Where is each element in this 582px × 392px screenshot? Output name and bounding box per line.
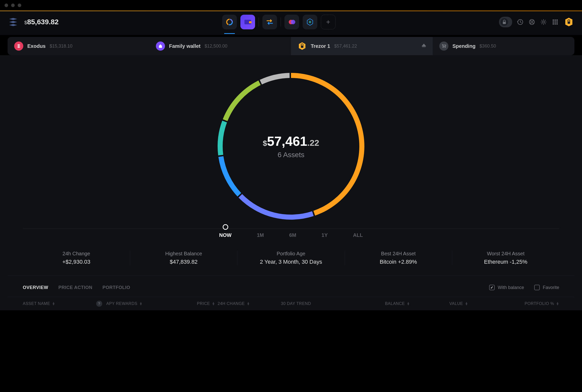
th-apy[interactable]: ?APY REWARDS▲▼: [96, 301, 162, 307]
wallet-tab-family[interactable]: Family wallet $12,500.00: [149, 37, 291, 55]
time-1y[interactable]: 1Y: [322, 232, 328, 238]
svg-rect-13: [554, 19, 556, 21]
th-trend: 30 DAY TREND: [281, 301, 352, 307]
svg-rect-19: [554, 23, 556, 25]
apps-icon: [288, 18, 296, 26]
sort-icon: ▲▼: [212, 302, 215, 305]
eject-icon[interactable]: [422, 44, 426, 49]
time-now[interactable]: NOW: [219, 232, 232, 238]
tabs-row: OVERVIEW PRICE ACTION PORTFOLIO With bal…: [8, 276, 574, 297]
stat-worst-asset: Worst 24H Asset Ethereum -1,25%: [452, 251, 559, 265]
svg-point-11: [543, 21, 545, 23]
th-balance[interactable]: BALANCE▲▼: [354, 301, 410, 307]
nav-separator: [281, 17, 281, 27]
close-dot[interactable]: [5, 4, 8, 7]
wallet-name: Trezor 1: [311, 43, 330, 49]
sort-icon: ▲▼: [52, 302, 55, 305]
settings-button[interactable]: [540, 18, 547, 26]
svg-rect-12: [553, 19, 554, 21]
nav-swap-button[interactable]: [262, 15, 277, 29]
history-button[interactable]: [517, 18, 524, 26]
table-header: ASSET NAME▲▼ ?APY REWARDS▲▼ PRICE▲▼ 24H …: [8, 297, 574, 310]
total-balance: $85,639.82: [24, 18, 59, 26]
main-content: $57,461.22 6 Assets NOW 1M 6M 1Y ALL 24h…: [0, 55, 582, 310]
shield-lock-icon: [564, 17, 574, 27]
wallet-balance: $57,461.22: [334, 44, 357, 49]
wallet-name: Spending: [452, 43, 475, 49]
app-logo[interactable]: [8, 16, 19, 28]
donut-segment[interactable]: [260, 73, 290, 85]
hexagon-plus-icon: [306, 18, 314, 26]
tab-price-action[interactable]: PRICE ACTION: [58, 285, 92, 290]
lifebuoy-icon: [529, 19, 535, 25]
swap-icon: [266, 19, 274, 25]
wallet-icon: [298, 42, 307, 51]
stat-best-asset: Best 24H Asset Bitcoin +2.89%: [345, 251, 452, 265]
svg-point-24: [445, 47, 446, 48]
support-button[interactable]: [528, 18, 535, 26]
checkbox-icon: [534, 285, 540, 290]
plus-icon: +: [326, 18, 330, 26]
wallet-icon: [244, 19, 252, 25]
wallet-balance: $360.50: [480, 44, 496, 49]
svg-rect-22: [301, 46, 303, 48]
svg-rect-17: [556, 22, 558, 23]
filter-with-balance[interactable]: With balance: [489, 285, 524, 290]
donut-chart: $57,461.22 6 Assets: [8, 63, 574, 230]
svg-rect-4: [249, 21, 252, 23]
tab-portfolio[interactable]: PORTFOLIO: [102, 285, 130, 290]
nav-portfolio-button[interactable]: [222, 15, 237, 29]
maximize-dot[interactable]: [18, 4, 21, 7]
time-range: NOW 1M 6M 1Y ALL: [8, 230, 574, 246]
wallet-icon: [156, 42, 165, 51]
lock-toggle[interactable]: [499, 17, 512, 27]
svg-rect-16: [554, 22, 556, 23]
th-value[interactable]: VALUE▲▼: [412, 301, 468, 307]
donut-segment[interactable]: [223, 80, 261, 121]
help-icon[interactable]: ?: [96, 301, 102, 307]
svg-rect-18: [553, 23, 554, 25]
wallet-icon: [439, 42, 448, 51]
wallet-tab-trezor[interactable]: Trezor 1 $57,461.22: [291, 37, 433, 55]
time-6m[interactable]: 6M: [289, 232, 296, 238]
time-all[interactable]: ALL: [353, 232, 363, 238]
svg-point-6: [291, 20, 295, 24]
filter-favorite[interactable]: Favorite: [534, 285, 559, 290]
filters: With balance Favorite: [489, 285, 559, 290]
grid-button[interactable]: [552, 18, 559, 26]
wallet-balance: $12,500.00: [205, 44, 227, 49]
svg-point-10: [531, 21, 533, 23]
th-change[interactable]: 24H CHANGE▲▼: [218, 301, 278, 307]
th-portfolio[interactable]: PORTFOLIO %▲▼: [471, 301, 559, 307]
svg-rect-14: [556, 19, 558, 21]
nav-apps-button[interactable]: [284, 15, 299, 29]
stat-24h-change: 24h Change +$2,930.03: [23, 251, 130, 265]
wallet-tab-exodus[interactable]: Exodus $15,318.10: [8, 37, 149, 55]
sort-icon: ▲▼: [407, 302, 410, 305]
donut-icon: [225, 18, 234, 26]
nav-add-button[interactable]: +: [321, 15, 336, 29]
minimize-dot[interactable]: [11, 4, 15, 7]
donut-segment[interactable]: [239, 194, 314, 220]
stat-highest-balance: Highest Balance $47,839.82: [130, 251, 237, 265]
donut-segment[interactable]: [218, 156, 241, 196]
nav-separator: [259, 17, 259, 27]
donut-segment[interactable]: [218, 121, 227, 156]
sort-icon: ▲▼: [247, 302, 250, 305]
view-tabs: OVERVIEW PRICE ACTION PORTFOLIO: [23, 285, 130, 290]
tab-overview[interactable]: OVERVIEW: [23, 285, 48, 290]
sort-icon: ▲▼: [465, 302, 468, 305]
th-asset-name[interactable]: ASSET NAME▲▼: [23, 301, 94, 307]
time-1m[interactable]: 1M: [257, 232, 264, 238]
th-price[interactable]: PRICE▲▼: [164, 301, 215, 307]
security-badge[interactable]: [563, 16, 574, 28]
wallet-name: Exodus: [27, 43, 46, 49]
donut-total: $57,461.22: [263, 134, 319, 149]
lock-icon: [502, 20, 506, 24]
wallet-tab-spending[interactable]: Spending $360.50: [433, 37, 574, 55]
gear-icon: [540, 19, 547, 25]
stats-row: 24h Change +$2,930.03 Highest Balance $4…: [8, 246, 574, 276]
nav-wallet-button[interactable]: [240, 15, 255, 29]
wallet-name: Family wallet: [169, 43, 201, 49]
nav-addons-button[interactable]: [303, 15, 317, 29]
